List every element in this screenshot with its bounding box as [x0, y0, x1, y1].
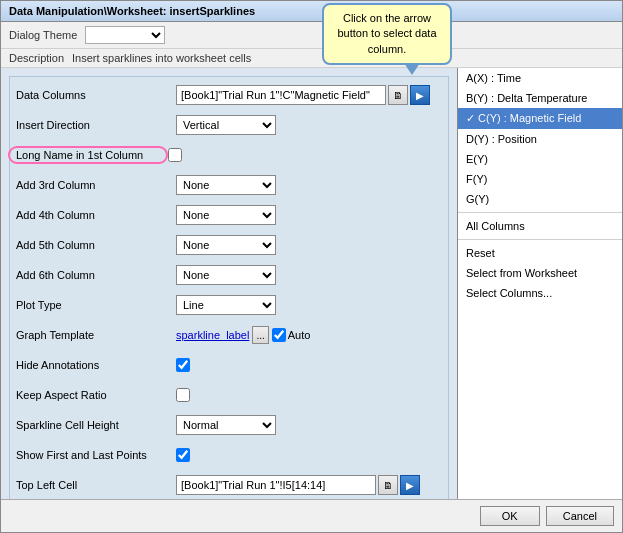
dialog-window: Data Manipulation\Worksheet: insertSpark… [0, 0, 623, 533]
long-name-controls [168, 148, 442, 162]
add-3rd-col-select[interactable]: None [176, 175, 276, 195]
keep-aspect-ratio-label: Keep Aspect Ratio [16, 389, 176, 401]
sidebar-item-by-delta-temp[interactable]: B(Y) : Delta Temperature [458, 88, 622, 108]
sidebar-item-all-columns-label: All Columns [466, 220, 525, 232]
sidebar-item-reset-label: Reset [466, 247, 495, 259]
add-6th-col-label: Add 6th Column [16, 269, 176, 281]
sidebar-item-ax-time[interactable]: A(X) : Time [458, 68, 622, 88]
description-label: Description [9, 52, 64, 64]
cancel-button[interactable]: Cancel [546, 506, 614, 526]
bottom-bar: OK Cancel [1, 499, 622, 532]
auto-checkbox[interactable] [272, 328, 286, 342]
dialog-theme-row: Dialog Theme [1, 22, 622, 49]
data-columns-controls: 🗎 ▶ [176, 85, 442, 105]
add-6th-col-controls: None [176, 265, 442, 285]
plot-type-label: Plot Type [16, 299, 176, 311]
callout-text: Click on the arrow button to select data… [337, 12, 436, 55]
sidebar-item-dy-position[interactable]: D(Y) : Position [458, 129, 622, 149]
top-left-cell-row: Top Left Cell 🗎 ▶ [16, 473, 442, 497]
add-3rd-col-label: Add 3rd Column [16, 179, 176, 191]
add-5th-col-label: Add 5th Column [16, 239, 176, 251]
add-4th-col-row: Add 4th Column None [16, 203, 442, 227]
plot-type-controls: Line Bar Win/Loss [176, 295, 442, 315]
title-bar: Data Manipulation\Worksheet: insertSpark… [1, 1, 622, 22]
browse-icon-2: 🗎 [383, 480, 393, 491]
sparkline-cell-height-row: Sparkline Cell Height Normal Small Large [16, 413, 442, 437]
top-left-cell-arrow-btn[interactable]: ▶ [400, 475, 420, 495]
long-name-label: Long Name in 1st Column [8, 146, 168, 164]
show-first-last-label: Show First and Last Points [16, 449, 176, 461]
add-5th-col-row: Add 5th Column None [16, 233, 442, 257]
long-name-row: Long Name in 1st Column [16, 143, 442, 167]
add-4th-col-label: Add 4th Column [16, 209, 176, 221]
keep-aspect-ratio-row: Keep Aspect Ratio [16, 383, 442, 407]
plot-type-select[interactable]: Line Bar Win/Loss [176, 295, 276, 315]
sidebar-item-cy-magnetic-field[interactable]: C(Y) : Magnetic Field [458, 108, 622, 129]
graph-template-link[interactable]: sparkline_label [176, 329, 249, 341]
add-6th-col-select[interactable]: None [176, 265, 276, 285]
graph-template-controls: sparkline_label ... Auto [176, 326, 442, 344]
keep-aspect-ratio-checkbox[interactable] [176, 388, 190, 402]
sidebar-item-dy-position-label: D(Y) : Position [466, 133, 537, 145]
sparkline-cell-height-select[interactable]: Normal Small Large [176, 415, 276, 435]
sidebar-item-select-from-worksheet-label: Select from Worksheet [466, 267, 577, 279]
data-columns-row: Data Columns 🗎 ▶ [16, 83, 442, 107]
data-columns-browse-btn[interactable]: 🗎 [388, 85, 408, 105]
auto-label: Auto [288, 329, 311, 341]
dialog-theme-dropdown[interactable] [85, 26, 165, 44]
add-6th-col-row: Add 6th Column None [16, 263, 442, 287]
insert-direction-label: Insert Direction [16, 119, 176, 131]
sidebar-item-reset[interactable]: Reset [458, 243, 622, 263]
sidebar-item-ey-label: E(Y) [466, 153, 488, 165]
plot-type-row: Plot Type Line Bar Win/Loss [16, 293, 442, 317]
dialog-theme-label: Dialog Theme [9, 29, 77, 41]
sidebar-item-fy-label: F(Y) [466, 173, 487, 185]
sidebar-divider-1 [458, 212, 622, 213]
graph-template-label: Graph Template [16, 329, 176, 341]
sparkline-cell-height-label: Sparkline Cell Height [16, 419, 176, 431]
description-row: Description Insert sparklines into works… [1, 49, 622, 68]
data-columns-arrow-btn[interactable]: ▶ [410, 85, 430, 105]
hide-annotations-label: Hide Annotations [16, 359, 176, 371]
sidebar-item-gy-label: G(Y) [466, 193, 489, 205]
auto-checkbox-area: Auto [272, 328, 311, 342]
keep-aspect-ratio-controls [176, 388, 442, 402]
insert-direction-row: Insert Direction Vertical Horizontal [16, 113, 442, 137]
ok-button[interactable]: OK [480, 506, 540, 526]
callout-bubble: Click on the arrow button to select data… [322, 3, 452, 65]
long-name-checkbox[interactable] [168, 148, 182, 162]
sidebar-item-select-columns[interactable]: Select Columns... [458, 283, 622, 303]
arrow-right-icon-2: ▶ [406, 480, 414, 491]
sidebar-panel: A(X) : Time B(Y) : Delta Temperature C(Y… [457, 68, 622, 499]
description-value: Insert sparklines into worksheet cells [72, 52, 251, 64]
sidebar-item-cy-magnetic-field-label: C(Y) : Magnetic Field [478, 112, 581, 124]
sidebar-item-by-delta-temp-label: B(Y) : Delta Temperature [466, 92, 587, 104]
sidebar-item-ey[interactable]: E(Y) [458, 149, 622, 169]
show-first-last-checkbox[interactable] [176, 448, 190, 462]
form-area-inner: Data Columns 🗎 ▶ Insert Direction [9, 76, 449, 499]
insert-direction-select[interactable]: Vertical Horizontal [176, 115, 276, 135]
data-columns-input[interactable] [176, 85, 386, 105]
sparkline-cell-height-controls: Normal Small Large [176, 415, 442, 435]
top-left-cell-input[interactable] [176, 475, 376, 495]
hide-annotations-checkbox[interactable] [176, 358, 190, 372]
sidebar-divider-2 [458, 239, 622, 240]
show-first-last-controls [176, 448, 442, 462]
top-left-cell-browse-btn[interactable]: 🗎 [378, 475, 398, 495]
show-first-last-row: Show First and Last Points [16, 443, 442, 467]
main-content: Data Columns 🗎 ▶ Insert Direction [1, 68, 622, 499]
add-5th-col-select[interactable]: None [176, 235, 276, 255]
graph-template-row: Graph Template sparkline_label ... Auto [16, 323, 442, 347]
sidebar-item-gy[interactable]: G(Y) [458, 189, 622, 209]
sidebar-item-select-columns-label: Select Columns... [466, 287, 552, 299]
top-left-cell-label: Top Left Cell [16, 479, 176, 491]
add-4th-col-select[interactable]: None [176, 205, 276, 225]
sidebar-item-all-columns[interactable]: All Columns [458, 216, 622, 236]
arrow-right-icon: ▶ [416, 90, 424, 101]
add-5th-col-controls: None [176, 235, 442, 255]
graph-template-browse-btn[interactable]: ... [252, 326, 268, 344]
sidebar-item-fy[interactable]: F(Y) [458, 169, 622, 189]
hide-annotations-controls [176, 358, 442, 372]
title-text: Data Manipulation\Worksheet: insertSpark… [9, 5, 255, 17]
sidebar-item-select-from-worksheet[interactable]: Select from Worksheet [458, 263, 622, 283]
